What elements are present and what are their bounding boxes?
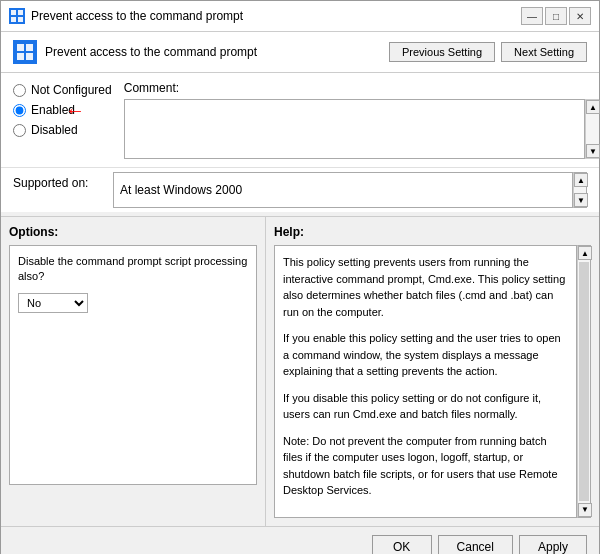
svg-rect-6 <box>17 53 24 60</box>
help-paragraph-4: Note: Do not prevent the computer from r… <box>283 433 568 499</box>
next-setting-button[interactable]: Next Setting <box>501 42 587 62</box>
cancel-button[interactable]: Cancel <box>438 535 513 555</box>
supported-input-area: At least Windows 2000 ▲ ▼ <box>113 172 587 208</box>
options-help-section: Options: Disable the command prompt scri… <box>1 216 599 526</box>
comment-area: Comment: ▲ ▼ <box>124 73 599 167</box>
options-column: Options: Disable the command prompt scri… <box>1 217 266 526</box>
comment-input[interactable] <box>124 99 585 159</box>
comment-scroll-down[interactable]: ▼ <box>586 144 600 158</box>
help-scrollbar: ▲ ▼ <box>577 245 591 518</box>
minimize-button[interactable]: — <box>521 7 543 25</box>
help-box-container: This policy setting prevents users from … <box>274 245 591 518</box>
svg-rect-1 <box>18 10 23 15</box>
not-configured-radio[interactable] <box>13 84 26 97</box>
options-dropdown[interactable]: No Yes <box>18 293 88 313</box>
svg-rect-4 <box>17 44 24 51</box>
red-arrow-indicator: ← <box>65 100 85 120</box>
comment-input-row: ▲ ▼ <box>124 99 599 159</box>
enabled-row: Enabled ← <box>13 103 112 117</box>
window-icon <box>9 8 25 24</box>
help-column: Help: This policy setting prevents users… <box>266 217 599 526</box>
header-title: Prevent access to the command prompt <box>45 45 257 59</box>
svg-rect-7 <box>26 53 33 60</box>
close-button[interactable]: ✕ <box>569 7 591 25</box>
enabled-option[interactable]: Enabled <box>13 103 112 117</box>
header-section: Prevent access to the command prompt Pre… <box>1 32 599 73</box>
options-label: Options: <box>9 225 257 239</box>
title-bar: Prevent access to the command prompt — □… <box>1 1 599 32</box>
apply-button[interactable]: Apply <box>519 535 587 555</box>
comment-scrollbar: ▲ ▼ <box>585 99 599 159</box>
main-window: Prevent access to the command prompt — □… <box>0 0 600 554</box>
window-title: Prevent access to the command prompt <box>31 9 243 23</box>
header-left: Prevent access to the command prompt <box>13 40 257 64</box>
header-buttons: Previous Setting Next Setting <box>389 42 587 62</box>
ok-button[interactable]: OK <box>372 535 432 555</box>
help-scroll-down[interactable]: ▼ <box>578 503 592 517</box>
policy-icon <box>13 40 37 64</box>
disabled-option[interactable]: Disabled <box>13 123 112 137</box>
help-paragraph-1: This policy setting prevents users from … <box>283 254 568 320</box>
enabled-radio[interactable] <box>13 104 26 117</box>
radio-section: Not Configured Enabled ← Disabled <box>1 73 124 167</box>
radio-comment-row: Not Configured Enabled ← Disabled Commen… <box>1 73 599 167</box>
window-controls: — □ ✕ <box>521 7 591 25</box>
help-box: This policy setting prevents users from … <box>274 245 577 518</box>
previous-setting-button[interactable]: Previous Setting <box>389 42 495 62</box>
comment-scroll-up[interactable]: ▲ <box>586 100 600 114</box>
not-configured-option[interactable]: Not Configured <box>13 83 112 97</box>
supported-label: Supported on: <box>13 172 113 190</box>
options-box: Disable the command prompt script proces… <box>9 245 257 485</box>
title-bar-left: Prevent access to the command prompt <box>9 8 243 24</box>
not-configured-label: Not Configured <box>31 83 112 97</box>
help-scroll-up[interactable]: ▲ <box>578 246 592 260</box>
supported-value: At least Windows 2000 <box>113 172 573 208</box>
help-paragraph-3: If you disable this policy setting or do… <box>283 390 568 423</box>
comment-label: Comment: <box>124 81 179 95</box>
disabled-radio[interactable] <box>13 124 26 137</box>
svg-rect-3 <box>18 17 23 22</box>
maximize-button[interactable]: □ <box>545 7 567 25</box>
help-paragraph-2: If you enable this policy setting and th… <box>283 330 568 380</box>
svg-rect-0 <box>11 10 16 15</box>
help-scroll-thumb <box>579 262 589 501</box>
help-label: Help: <box>274 225 591 239</box>
svg-rect-5 <box>26 44 33 51</box>
disabled-row: Disabled <box>13 123 112 137</box>
supported-scroll-down[interactable]: ▼ <box>574 193 588 207</box>
supported-section: Supported on: At least Windows 2000 ▲ ▼ <box>1 167 599 212</box>
disabled-label: Disabled <box>31 123 78 137</box>
supported-scroll-up[interactable]: ▲ <box>574 173 588 187</box>
comment-label-row: Comment: <box>124 81 599 99</box>
footer-section: OK Cancel Apply <box>1 526 599 555</box>
supported-scrollbar: ▲ ▼ <box>573 172 587 208</box>
svg-rect-2 <box>11 17 16 22</box>
options-question: Disable the command prompt script proces… <box>18 254 248 285</box>
